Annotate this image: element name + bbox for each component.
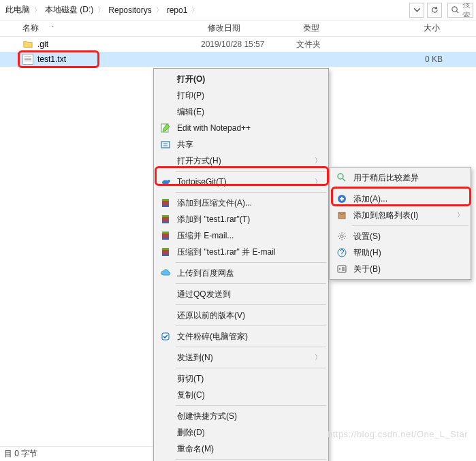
menu-item-label: 设置(S) [353,231,381,242]
menu-item[interactable]: 文件粉碎(电脑管家) [155,328,327,345]
menu-item-label: 添加到压缩文件(A)... [177,197,252,209]
chevron-right-icon: 〉 [155,5,164,15]
menu-item-label: 压缩并 E-mail... [177,230,234,242]
menu-item-label: 压缩到 "test1.rar" 并 E-mail [177,247,276,258]
svg-rect-13 [162,238,169,240]
menu-item[interactable]: 删除(D) [155,424,327,441]
menu-item-label: 关于(B) [353,264,381,275]
refresh-button[interactable] [427,3,442,18]
svg-point-18 [338,174,343,179]
svg-point-21 [340,235,343,238]
rar-icon [159,213,172,225]
menu-item[interactable]: ?帮助(H) [332,244,469,261]
search-input[interactable]: 搜索 [447,3,473,18]
file-date: 2019/10/28 15:57 [201,39,296,49]
col-date[interactable]: 修改日期 [201,22,296,34]
menu-item[interactable]: 添加(A)... [332,191,469,207]
col-name[interactable]: 名称˄ [0,22,201,34]
menu-item[interactable]: TortoiseGit(T)〉 [155,174,327,190]
chevron-right-icon: 〉 [315,177,321,187]
menu-item[interactable]: 发送到(N)〉 [155,349,327,366]
menu-item-label: Edit with Notepad++ [177,123,251,133]
menu-item[interactable]: 压缩到 "test1.rar" 并 E-mail [155,244,327,260]
about-icon [336,263,348,275]
chevron-right-icon: 〉 [315,156,321,165]
diff-icon [336,172,348,184]
file-name: .git [37,39,48,49]
menu-item-label: 上传到百度网盘 [177,268,234,279]
menu-item-label: TortoiseGit(T) [177,177,227,187]
context-menu: 打开(O)打印(P)编辑(E)Edit with Notepad++共享打开方式… [153,68,329,461]
file-size: 0 KB [392,54,449,64]
menu-item[interactable]: 添加到 "test1.rar"(T) [155,211,327,227]
crumb[interactable]: repo1 [164,5,191,15]
menu-item[interactable]: 通过QQ发送到 [155,286,327,302]
file-list: 名称˄ 修改日期 类型 大小 .git 2019/10/28 15:57 文件夹… [0,20,476,67]
menu-item[interactable]: 添加到忽略列表(I)〉 [332,207,469,223]
menu-item-label: 通过QQ发送到 [177,289,231,300]
chevron-right-icon: 〉 [190,5,200,15]
crumb[interactable]: 此电脑 [3,4,33,16]
menu-item[interactable]: 共享 [155,136,327,153]
menu-item-label: 共享 [177,139,193,150]
chevron-right-icon: 〉 [33,5,42,15]
menu-item[interactable]: 关于(B) [332,261,469,277]
svg-point-4 [168,180,170,182]
rar-icon [159,246,172,258]
sort-asc-icon: ˄ [51,25,54,32]
menu-item-label: 用于稍后比较差异 [353,172,419,184]
col-size[interactable]: 大小 [388,22,449,34]
menu-item[interactable]: 用于稍后比较差异 [332,170,469,186]
file-type: 文件夹 [296,39,392,50]
menu-separator [176,192,326,193]
svg-point-25 [339,268,340,270]
menu-item[interactable]: 剪切(T) [155,370,327,387]
menu-item[interactable]: 打开(O) [155,71,327,87]
menu-item-label: 创建快捷方式(S) [177,411,237,422]
table-row[interactable]: test1.txt 0 KB [0,52,476,67]
menu-item-label: 添加到忽略列表(I) [353,210,418,221]
dropdown-button[interactable] [409,3,424,18]
menu-item[interactable]: Edit with Notepad++ [155,120,327,136]
rar-icon [159,229,172,242]
notepad-icon [159,122,172,134]
menu-item[interactable]: 设置(S) [332,228,469,244]
menu-item[interactable]: 复制(C) [155,387,327,403]
menu-item-label: 发送到(N) [177,352,213,364]
menu-item-label: 添加到 "test1.rar"(T) [177,214,250,225]
address-bar: 此电脑〉 本地磁盘 (D:)〉 Repositorys〉 repo1〉 搜索 [0,0,476,20]
menu-item[interactable]: 打印(P) [155,87,327,104]
menu-separator [176,405,326,406]
ignore-icon [336,209,348,221]
folder-icon [22,39,33,50]
menu-separator [176,171,326,172]
column-headers[interactable]: 名称˄ 修改日期 类型 大小 [0,20,476,37]
col-type[interactable]: 类型 [296,22,388,34]
menu-separator [352,188,469,189]
menu-item[interactable]: 还原以前的版本(V) [155,307,327,323]
chevron-right-icon: 〉 [315,353,321,362]
share-icon [159,138,172,150]
submenu: 用于稍后比较差异添加(A)...添加到忽略列表(I)〉设置(S)?帮助(H)关于… [330,167,471,280]
breadcrumb[interactable]: 此电脑〉 本地磁盘 (D:)〉 Repositorys〉 repo1〉 [3,3,409,18]
menu-item[interactable]: 添加到压缩文件(A)... [155,195,327,211]
crumb[interactable]: 本地磁盘 (D:) [42,4,96,16]
menu-item[interactable]: 重命名(M) [155,441,327,457]
menu-item-label: 复制(C) [177,390,205,401]
menu-item[interactable]: 压缩并 E-mail... [155,227,327,244]
menu-item-label: 打印(P) [177,90,204,101]
chevron-right-icon: 〉 [457,210,464,220]
menu-separator [176,283,326,284]
search-placeholder: 搜索 [462,3,471,18]
menu-item[interactable]: 创建快捷方式(S) [155,408,327,424]
svg-rect-7 [162,205,169,207]
crumb[interactable]: Repositorys [106,5,154,15]
table-row[interactable]: .git 2019/10/28 15:57 文件夹 [0,37,476,52]
menu-item[interactable]: 上传到百度网盘 [155,265,327,281]
menu-item[interactable]: 打开方式(H)〉 [155,153,327,169]
svg-rect-2 [161,142,170,148]
menu-separator [176,262,326,263]
svg-rect-15 [162,248,169,250]
search-icon [451,5,460,14]
menu-item[interactable]: 编辑(E) [155,104,327,120]
